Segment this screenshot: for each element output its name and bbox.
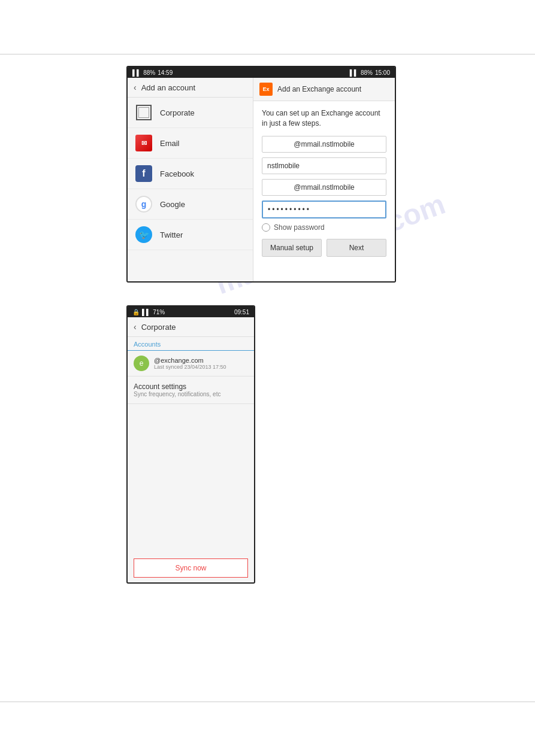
status-bar2-left: 🔒 ▌▌ 71% (132, 309, 165, 315)
email-field-1[interactable] (262, 136, 386, 153)
exchange-header-title: Add an Exchange account (277, 85, 361, 93)
exchange-description: You can set up an Exchange account in ju… (262, 108, 386, 129)
status-bar-right: ▌▌ 88% 15:00 (350, 69, 390, 76)
right-panel: Ex Add an Exchange account You can set u… (253, 78, 395, 281)
signal-icon-right: ▌▌ (350, 69, 358, 76)
left-header: ‹ Add an account (128, 78, 253, 98)
screen2-spacer (128, 404, 254, 554)
status-bar-left: ▌▌ 88% 14:59 (132, 69, 173, 76)
battery-right: 88% (361, 69, 373, 76)
battery-left: 88% (143, 69, 155, 76)
twitter-label: Twitter (160, 230, 183, 239)
next-button[interactable]: Next (327, 239, 386, 257)
back-arrow-2-icon[interactable]: ‹ (134, 322, 137, 332)
time-2: 09:51 (234, 309, 249, 315)
show-password-radio[interactable] (262, 223, 270, 232)
screen1: ▌▌ 88% 14:59 ▌▌ 88% 15:00 ‹ Add an accou… (126, 66, 396, 283)
account-item-email[interactable]: ✉ Email (128, 128, 253, 159)
google-label: Google (160, 200, 185, 209)
lock-icon: 🔒 (132, 309, 140, 315)
status-bar2-right: 09:51 (234, 309, 249, 315)
accounts-section-label: Accounts (128, 337, 254, 351)
screen2-header: ‹ Corporate (128, 317, 254, 337)
account-settings-subtitle: Sync frequency, notifications, etc (134, 391, 248, 397)
status-bar-2: 🔒 ▌▌ 71% 09:51 (128, 306, 254, 317)
manual-setup-button[interactable]: Manual setup (262, 239, 322, 257)
status-bar-1: ▌▌ 88% 14:59 ▌▌ 88% 15:00 (128, 67, 395, 78)
google-icon: g (135, 195, 153, 213)
exchange-account-icon: e (134, 356, 149, 371)
account-item-google[interactable]: g Google (128, 189, 253, 220)
exchange-icon: Ex (259, 83, 273, 96)
exchange-account-sync: Last synced 23/04/2013 17:50 (154, 364, 248, 370)
facebook-label: Facebook (160, 169, 194, 178)
left-panel: ‹ Add an account Corporate ✉ Email (128, 78, 253, 281)
signal-2: ▌▌ (142, 309, 150, 315)
sync-now-button[interactable]: Sync now (134, 558, 248, 578)
right-content: You can set up an Exchange account in ju… (253, 101, 395, 264)
time-right: 15:00 (375, 69, 390, 76)
signal-icon-left: ▌▌ (132, 69, 141, 76)
time-left: 14:59 (158, 69, 173, 76)
facebook-icon: f (135, 165, 153, 183)
corporate-title: Corporate (141, 323, 176, 332)
account-settings-title: Account settings (134, 382, 248, 391)
screen2: 🔒 ▌▌ 71% 09:51 ‹ Corporate Accounts e @e… (126, 305, 255, 584)
screen2-body: ‹ Corporate Accounts e @exchange.com Las… (128, 317, 254, 578)
corporate-label: Corporate (160, 108, 195, 117)
show-password-row: Show password (262, 223, 386, 232)
corporate-icon (135, 104, 153, 122)
account-settings-section[interactable]: Account settings Sync frequency, notific… (128, 377, 254, 404)
page-border-top (0, 54, 535, 54)
email-label: Email (160, 139, 180, 148)
add-account-title: Add an account (141, 83, 195, 92)
exchange-account-info: @exchange.com Last synced 23/04/2013 17:… (154, 357, 248, 370)
show-password-label: Show password (274, 223, 325, 232)
domain-field[interactable] (262, 157, 386, 174)
password-field[interactable] (262, 201, 386, 218)
back-arrow-icon[interactable]: ‹ (134, 83, 137, 92)
account-item-facebook[interactable]: f Facebook (128, 159, 253, 189)
right-header: Ex Add an Exchange account (253, 78, 395, 101)
email-icon: ✉ (135, 134, 153, 152)
email-field-2[interactable] (262, 179, 386, 196)
account-item-twitter[interactable]: 🐦 Twitter (128, 220, 253, 250)
account-item-corporate[interactable]: Corporate (128, 98, 253, 128)
screen1-body: ‹ Add an account Corporate ✉ Email (128, 78, 395, 281)
twitter-icon: 🐦 (135, 226, 153, 244)
battery-2: 71% (153, 309, 165, 315)
button-row: Manual setup Next (262, 239, 386, 257)
page-border-bottom (0, 702, 535, 702)
exchange-account-email: @exchange.com (154, 357, 248, 364)
exchange-account-row[interactable]: e @exchange.com Last synced 23/04/2013 1… (128, 351, 254, 377)
